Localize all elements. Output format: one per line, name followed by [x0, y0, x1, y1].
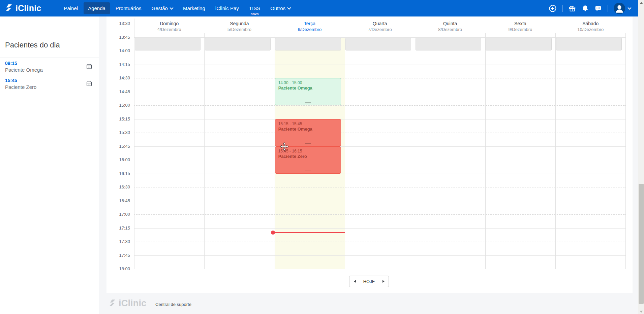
- chevron-down-icon: [287, 6, 291, 9]
- grid-hline: [134, 146, 625, 147]
- day-header-domingo: Domingo4/Dezembro: [134, 21, 204, 32]
- scrollbar-thumb[interactable]: [639, 184, 644, 304]
- scrollbar-down-arrow[interactable]: [640, 311, 643, 313]
- next-week-button[interactable]: [378, 276, 389, 287]
- time-label: 15:45: [103, 144, 130, 149]
- time-label: 18:00: [103, 266, 130, 271]
- user-menu[interactable]: [614, 3, 631, 14]
- day-name: Sexta: [485, 21, 555, 27]
- blocked-time-slot: [205, 38, 271, 50]
- arrow-left-icon: [354, 280, 356, 283]
- day-header-quarta: Quarta7/Dezembro: [345, 21, 415, 32]
- event-resize-handle[interactable]: [305, 171, 311, 172]
- sidebar-title: Pacientes do dia: [5, 41, 60, 49]
- arrow-right-icon: [382, 280, 385, 283]
- time-label: 14:45: [103, 89, 130, 94]
- day-date: 5/Dezembro: [204, 27, 274, 33]
- grid-hline: [134, 228, 625, 229]
- gift-icon[interactable]: [569, 5, 576, 12]
- footer: iClinic Central de suporte: [106, 293, 633, 314]
- time-label: 15:00: [103, 103, 130, 108]
- chevron-down-icon: [170, 6, 173, 9]
- prev-week-button[interactable]: [349, 276, 360, 287]
- day-header-segunda: Segunda5/Dezembro: [204, 21, 274, 32]
- day-date: 10/Dezembro: [555, 27, 625, 33]
- event-resize-handle[interactable]: [305, 143, 311, 145]
- nav-item-label: Prontuários: [116, 5, 142, 11]
- day-name: Sábado: [555, 21, 625, 27]
- day-date: 6/Dezembro: [275, 27, 345, 33]
- nav-item-gestao[interactable]: Gestão: [147, 2, 177, 14]
- patient-name: Paciente Zero: [5, 84, 99, 91]
- patient-time: 09:15: [5, 61, 99, 67]
- calendar-icon[interactable]: [86, 81, 92, 88]
- grid-hline: [134, 201, 625, 201]
- nav-item-outros[interactable]: Outros: [266, 2, 295, 14]
- time-label: 17:30: [103, 239, 130, 244]
- nav-item-label: Painel: [64, 5, 78, 11]
- time-label: 16:15: [103, 171, 130, 176]
- grid-vline: [345, 33, 345, 269]
- avatar: [614, 3, 625, 14]
- nav-item-label: Marketing: [183, 5, 205, 11]
- nav-item-iclinic-pay[interactable]: iClinic Pay: [211, 2, 243, 14]
- day-header-sabado: Sábado10/Dezembro: [555, 21, 625, 32]
- patient-list: 09:15Paciente Omega15:45Paciente Zero: [0, 58, 99, 92]
- grid-hline: [134, 119, 625, 119]
- day-header-sexta: Sexta9/Dezembro: [485, 21, 555, 32]
- event-time-range: 15:15 - 15:45: [278, 121, 338, 127]
- grid-vline: [204, 33, 205, 269]
- calendar-icon[interactable]: [86, 64, 92, 71]
- plus-circle-icon[interactable]: [549, 4, 557, 12]
- navbar-actions: [549, 3, 631, 14]
- time-label: 17:15: [103, 225, 130, 231]
- grid-vline: [134, 19, 134, 269]
- grid-hline: [134, 105, 625, 106]
- appointment-event[interactable]: 14:30 - 15:00Paciente Omega: [275, 78, 341, 105]
- grid-vline: [415, 33, 415, 269]
- scrollbar-up-arrow[interactable]: [640, 2, 643, 4]
- grid-hline: [134, 133, 625, 133]
- grid-hline: [134, 92, 625, 92]
- time-label: 16:45: [103, 198, 130, 203]
- patient-list-item[interactable]: 09:15Paciente Omega: [0, 58, 99, 75]
- day-date: 7/Dezembro: [345, 27, 415, 33]
- day-date: 4/Dezembro: [134, 27, 204, 33]
- time-label: 13:30: [103, 21, 130, 26]
- navbar-menu: PainelAgendaProntuáriosGestãoMarketingiC…: [59, 0, 296, 16]
- day-date: 8/Dezembro: [415, 27, 485, 33]
- time-label: 14:30: [103, 75, 130, 80]
- nav-item-painel[interactable]: Painel: [59, 2, 82, 14]
- grid-vline: [485, 33, 486, 269]
- brand-logo[interactable]: iClinic: [5, 3, 41, 13]
- page-scrollbar[interactable]: [638, 0, 644, 314]
- bell-icon[interactable]: [582, 5, 589, 12]
- chevron-down-icon: [627, 6, 631, 9]
- grid-vline: [625, 33, 626, 269]
- nav-item-marketing[interactable]: Marketing: [179, 2, 210, 14]
- support-link[interactable]: Central de suporte: [155, 302, 191, 307]
- blocked-time-slot: [486, 38, 551, 50]
- grid-hline: [134, 160, 625, 160]
- grid-vline: [555, 33, 556, 269]
- chat-icon[interactable]: [594, 5, 602, 12]
- nav-item-agenda[interactable]: Agenda: [84, 2, 110, 14]
- nav-item-label: iClinic Pay: [215, 5, 239, 11]
- blocked-time-slot: [275, 38, 341, 50]
- nav-item-prontuarios[interactable]: Prontuários: [111, 2, 146, 14]
- today-button[interactable]: HOJE: [360, 276, 378, 287]
- event-patient-name: Paciente Zero: [278, 154, 338, 160]
- nav-item-tiss[interactable]: TISSnovo: [245, 2, 265, 14]
- time-label: 17:00: [103, 212, 130, 217]
- current-time-line: [273, 232, 345, 233]
- time-label: 14:00: [103, 48, 130, 53]
- blocked-time-slot: [345, 38, 411, 50]
- time-label: 14:15: [103, 62, 130, 67]
- event-time-range: 14:30 - 15:00: [278, 80, 338, 85]
- event-resize-handle[interactable]: [305, 102, 311, 104]
- nav-item-label: Gestão: [152, 5, 168, 11]
- day-header-quinta: Quinta8/Dezembro: [415, 21, 485, 32]
- patient-list-item[interactable]: 15:45Paciente Zero: [0, 75, 99, 92]
- footer-brand: iClinic: [109, 298, 146, 309]
- time-label: 15:15: [103, 116, 130, 121]
